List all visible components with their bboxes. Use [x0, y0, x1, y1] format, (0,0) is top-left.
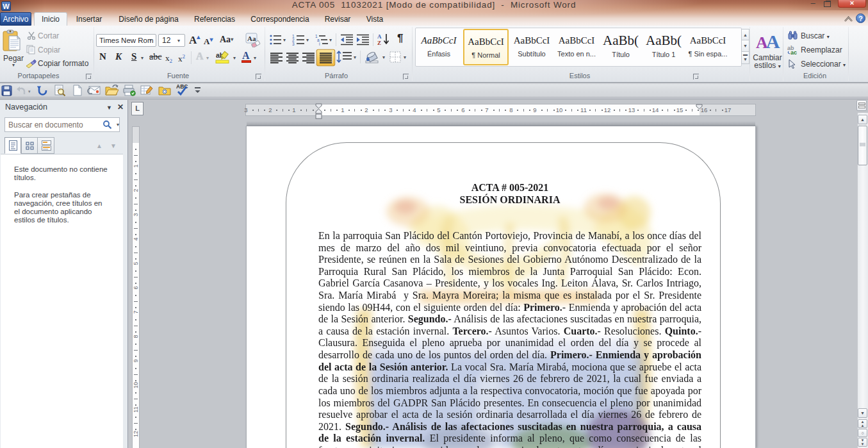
svg-text:Aa: Aa — [247, 35, 256, 42]
svg-text:A: A — [377, 33, 382, 40]
svg-text:i: i — [319, 42, 320, 46]
svg-text:ac: ac — [790, 49, 797, 55]
svg-text:Z: Z — [377, 40, 381, 46]
svg-text:3: 3 — [292, 42, 295, 46]
